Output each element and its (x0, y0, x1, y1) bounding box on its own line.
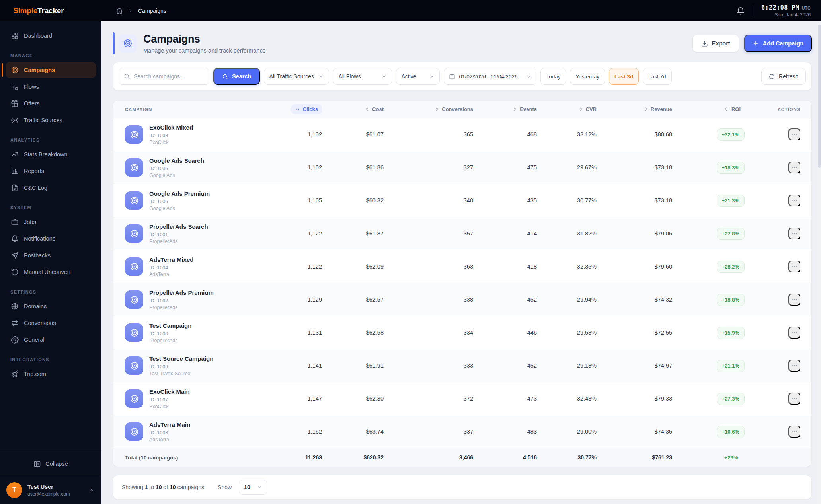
row-actions-button[interactable] (788, 261, 800, 272)
notifications-bell-icon[interactable] (736, 6, 745, 15)
showing-text: Showing 1 to 10 of 10 campaigns (122, 484, 204, 490)
sidebar-item-label: General (24, 337, 45, 343)
date-range-picker[interactable]: 01/02/2026 - 01/04/2026 (444, 68, 536, 85)
search-button[interactable]: Search (213, 68, 260, 85)
page-size-select[interactable]: 10 (239, 480, 267, 495)
cell-conversions: 363 (384, 263, 473, 270)
column-header-clicks[interactable]: Clicks (224, 104, 322, 114)
column-header-cvr[interactable]: CVR (537, 106, 597, 112)
page-scrollbar[interactable] (817, 21, 821, 504)
cell-cvr: 32.35% (537, 263, 597, 270)
sidebar-section-title: INTEGRATIONS (10, 357, 91, 362)
flow-icon (11, 83, 19, 91)
sidebar-item-traffic-sources[interactable]: Traffic Sources (6, 112, 96, 128)
quick-range-yesterday[interactable]: Yesterday (570, 68, 605, 85)
add-campaign-button[interactable]: Add Campaign (744, 35, 812, 52)
row-actions-button[interactable] (788, 393, 800, 405)
sidebar-item-offers[interactable]: Offers (6, 95, 96, 111)
sort-icon (365, 107, 370, 112)
search-icon (124, 73, 130, 80)
export-button[interactable]: Export (692, 35, 739, 52)
sidebar-item-stats-breakdown[interactable]: Stats Breakdown (6, 146, 96, 162)
row-actions-button[interactable] (788, 128, 800, 140)
sidebar-item-notifications[interactable]: Notifications (6, 231, 96, 247)
refresh-button[interactable]: Refresh (761, 68, 806, 85)
user-menu[interactable]: T Test User user@example.com (0, 477, 101, 504)
sidebar-item-campaigns[interactable]: Campaigns (6, 62, 96, 78)
table-row: ExoClick MainID: 1007ExoClick1,147$62.30… (113, 382, 811, 415)
sort-control-cvr[interactable]: CVR (578, 106, 597, 112)
sort-control-roi[interactable]: ROI (724, 106, 741, 112)
row-actions-button[interactable] (788, 195, 800, 206)
quick-range-last-7d[interactable]: Last 7d (643, 68, 671, 85)
campaign-source: PropellerAds (149, 305, 214, 310)
globe-icon (11, 302, 19, 310)
row-actions-button[interactable] (788, 294, 800, 306)
column-label: ACTIONS (778, 107, 800, 112)
sidebar-item-reports[interactable]: Reports (6, 163, 96, 179)
download-icon (701, 40, 708, 47)
traffic-sources-select[interactable]: All Traffic Sources (264, 68, 329, 85)
main-content: Campaigns Manage your campaigns and trac… (101, 21, 821, 504)
collapse-sidebar-button[interactable]: Collapse (6, 456, 96, 472)
campaign-name: Google Ads Premium (149, 190, 210, 197)
sort-control-events[interactable]: Events (512, 106, 537, 112)
target-icon (130, 229, 139, 238)
sort-control-revenue[interactable]: Revenue (643, 106, 672, 112)
cell-actions (752, 327, 800, 339)
flows-select[interactable]: All Flows (333, 68, 392, 85)
column-header-roi[interactable]: ROI (672, 106, 752, 112)
column-header-conversions[interactable]: Conversions (384, 106, 473, 112)
campaign-name: AdsTerra Mixed (149, 256, 193, 263)
campaign-id: ID: 1002 (149, 298, 214, 304)
sort-control-cost[interactable]: Cost (365, 106, 384, 112)
campaign-id: ID: 1006 (149, 199, 210, 204)
sidebar-item-flows[interactable]: Flows (6, 79, 96, 95)
table-body: ExoClick MixedID: 1008ExoClick1,102$61.0… (113, 118, 811, 448)
column-header-revenue[interactable]: Revenue (597, 106, 672, 112)
sidebar-item-domains[interactable]: Domains (6, 298, 96, 314)
barchart-icon (11, 167, 19, 175)
row-actions-button[interactable] (788, 228, 800, 239)
column-header-cost[interactable]: Cost (322, 106, 384, 112)
quick-range-today[interactable]: Today (540, 68, 566, 85)
row-actions-button[interactable] (788, 426, 800, 438)
row-actions-button[interactable] (788, 360, 800, 372)
campaign-meta: PropellerAds SearchID: 1001PropellerAds (149, 223, 208, 244)
sidebar-item-dashboard[interactable]: Dashboard (6, 28, 96, 44)
sort-control-clicks[interactable]: Clicks (291, 104, 322, 114)
sidebar-item-label: Jobs (24, 219, 36, 225)
sidebar-item-cc-log[interactable]: C&C Log (6, 180, 96, 196)
search-input[interactable] (134, 73, 204, 80)
cell-actions (752, 294, 800, 306)
campaign-target-icon (125, 125, 143, 144)
campaign-meta: Test CampaignID: 1000PropellerAds (149, 322, 191, 343)
column-label: Events (520, 106, 537, 112)
sidebar-item-manual-unconvert[interactable]: Manual Unconvert (6, 264, 96, 280)
sidebar-item-trip-com[interactable]: Trip.com (6, 366, 96, 382)
campaign-name: Test Campaign (149, 322, 191, 329)
row-actions-button[interactable] (788, 162, 800, 173)
quick-range-last-3d[interactable]: Last 3d (609, 68, 639, 85)
row-actions-button[interactable] (788, 327, 800, 339)
cell-actions (752, 162, 800, 173)
sidebar-item-postbacks[interactable]: Postbacks (6, 247, 96, 263)
cell-actions (752, 360, 800, 372)
clock: 6:22:08 PM UTC Sun, Jan 4, 2026 (761, 4, 811, 18)
app-logo[interactable]: SimpleTracker (13, 6, 64, 15)
table-header-row: CAMPAIGNClicksCostConversionsEventsCVRRe… (113, 101, 811, 118)
scrollbar-thumb[interactable] (818, 25, 821, 168)
sidebar-item-conversions[interactable]: Conversions (6, 315, 96, 331)
sidebar-item-general[interactable]: General (6, 332, 96, 348)
sidebar-item-jobs[interactable]: Jobs (6, 214, 96, 230)
home-icon[interactable] (116, 7, 123, 14)
sidebar-item-label: Trip.com (24, 371, 46, 377)
cell-events: 435 (473, 197, 537, 204)
sidebar-item-label: Postbacks (24, 252, 51, 259)
document-icon (11, 184, 19, 192)
chevron-up-icon (88, 487, 94, 493)
status-select[interactable]: Active (396, 68, 440, 85)
column-header-events[interactable]: Events (473, 106, 537, 112)
calendar-icon (449, 73, 455, 80)
sort-control-conversions[interactable]: Conversions (434, 106, 473, 112)
